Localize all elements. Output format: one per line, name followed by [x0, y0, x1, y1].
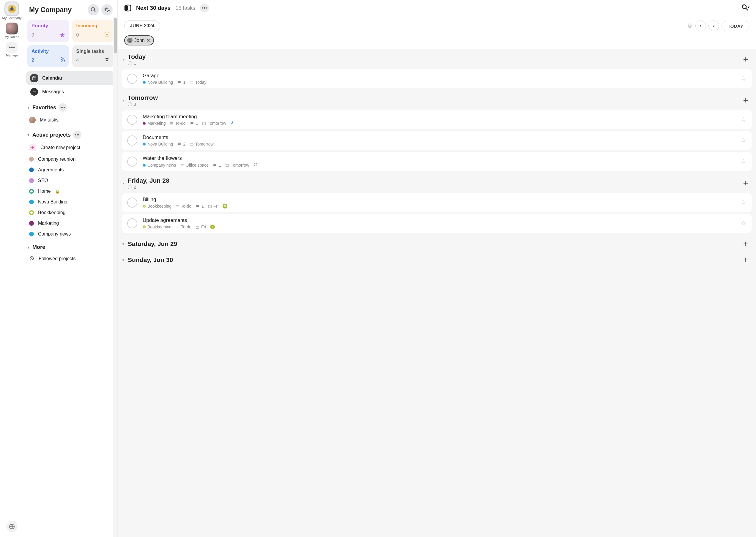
project-item[interactable]: Company reunion: [24, 154, 117, 165]
task-checkbox[interactable]: [127, 218, 137, 228]
task-card[interactable]: Update agreementsBookkeepingTo-doFri$☆: [122, 214, 752, 233]
chevron-down-icon[interactable]: ▼: [122, 99, 125, 102]
calendar-small-icon: [190, 80, 194, 84]
prev-button[interactable]: [695, 21, 706, 31]
svg-point-7: [107, 60, 108, 62]
workspace-company-label: My Company: [2, 16, 22, 20]
star-button[interactable]: ☆: [740, 75, 746, 83]
section-favorites[interactable]: ▼ Favorites •••: [24, 99, 117, 114]
star-button[interactable]: ☆: [740, 199, 746, 206]
workspace-manage[interactable]: ••• Manage: [6, 42, 18, 57]
project-item[interactable]: Nova Building: [24, 197, 117, 207]
star-button[interactable]: ☆: [740, 116, 746, 124]
workspace-company[interactable]: My Company: [2, 2, 22, 20]
task-list[interactable]: ▼Today1+GarageNova Building1Today☆▼Tomor…: [118, 49, 756, 537]
day-title: Friday, Jun 28: [128, 177, 169, 184]
project-item[interactable]: SEO: [24, 175, 117, 186]
filter-chip-person[interactable]: John ✕: [124, 35, 154, 45]
svg-rect-34: [181, 166, 183, 166]
calendar-small-icon: [225, 163, 229, 167]
day-count: 2: [128, 185, 169, 189]
section-active-projects[interactable]: ▼ Active projects •••: [24, 126, 117, 142]
svg-rect-32: [181, 164, 183, 165]
project-item[interactable]: Home🔒: [24, 186, 117, 197]
task-card[interactable]: BillingBookkeepingTo-do1Fri$☆: [122, 193, 752, 212]
month-selector[interactable]: JUNE 2024: [124, 21, 160, 31]
favorites-mytasks-label: My tasks: [40, 117, 59, 123]
project-color-dot: [29, 157, 34, 162]
section-icon: [176, 225, 179, 229]
chevron-down-icon[interactable]: ▼: [122, 182, 125, 185]
tile-priority[interactable]: Priority 0 ★: [27, 20, 69, 42]
nav-messages[interactable]: Messages: [26, 85, 115, 99]
close-icon[interactable]: ✕: [147, 38, 150, 43]
task-checkbox[interactable]: [127, 156, 137, 167]
followed-projects-item[interactable]: Followed projects: [24, 253, 117, 265]
project-item[interactable]: Marketing: [24, 218, 117, 229]
task-card[interactable]: DocumentsNova Building2Tomorrow☆: [122, 131, 752, 150]
nozbe-avatar-icon: [6, 22, 18, 34]
chevron-down-icon[interactable]: ▼: [122, 242, 125, 246]
svg-point-37: [215, 165, 215, 165]
section-icon: [180, 163, 184, 167]
task-checkbox[interactable]: [127, 74, 137, 84]
task-card[interactable]: Water the flowersCompany newsOffice spac…: [122, 152, 752, 171]
add-task-button[interactable]: +: [743, 239, 751, 249]
task-count: 15 tasks: [175, 5, 195, 11]
task-card[interactable]: Marketing team meetingMarketingTo-do1Tom…: [122, 110, 752, 129]
project-item[interactable]: Bookkeeping: [24, 207, 117, 218]
svg-rect-8: [32, 77, 36, 80]
search-icon: [90, 7, 96, 13]
rss-icon: [60, 57, 65, 63]
ring-icon: [128, 102, 132, 106]
add-task-button[interactable]: +: [743, 178, 751, 188]
settings-button[interactable]: [101, 4, 112, 16]
fire-icon[interactable]: [687, 22, 693, 30]
project-color-dot: [143, 164, 146, 167]
calendar-small-icon: [190, 142, 194, 146]
svg-point-5: [106, 58, 107, 60]
add-task-button[interactable]: +: [743, 255, 751, 265]
chevron-down-icon[interactable]: ▼: [122, 258, 125, 262]
workspace-rail: My Company My Nozbe ••• Manage: [0, 0, 24, 537]
globe-button[interactable]: [6, 521, 18, 532]
tile-single-tasks[interactable]: Single tasks 4: [72, 45, 114, 67]
star-button[interactable]: ☆: [740, 137, 746, 145]
task-checkbox[interactable]: [127, 197, 137, 208]
tile-single-title: Single tasks: [76, 49, 110, 54]
workspace-nozbe[interactable]: My Nozbe: [4, 22, 19, 39]
task-meta: Nova Building1Today: [143, 80, 735, 85]
star-button[interactable]: ☆: [740, 158, 746, 165]
add-task-button[interactable]: +: [743, 95, 751, 105]
nav-calendar[interactable]: Calendar: [26, 71, 115, 85]
task-card[interactable]: GarageNova Building1Today☆: [122, 69, 752, 88]
section-more[interactable]: ▼ More: [24, 239, 117, 253]
svg-point-17: [179, 82, 180, 82]
next-button[interactable]: [708, 21, 719, 31]
active-more-button[interactable]: •••: [73, 131, 81, 139]
project-item[interactable]: Company news: [24, 229, 117, 239]
svg-rect-27: [232, 121, 233, 124]
today-button[interactable]: TODAY: [722, 21, 749, 31]
create-project-button[interactable]: + Create new project: [24, 142, 117, 154]
add-task-button[interactable]: +: [743, 54, 751, 64]
chevron-down-icon[interactable]: ▼: [122, 58, 125, 61]
header-more-button[interactable]: •••: [200, 4, 209, 13]
svg-rect-47: [176, 227, 179, 227]
contrast-icon[interactable]: [124, 4, 131, 12]
favorites-more-button[interactable]: •••: [59, 103, 67, 112]
project-color-dot: [29, 178, 34, 183]
sidebar-scrollbar-thumb[interactable]: [114, 18, 117, 54]
task-checkbox[interactable]: [127, 136, 137, 145]
svg-point-3: [91, 8, 95, 11]
day-header: ▼Sunday, Jun 30+: [118, 251, 756, 267]
calendar-icon: [30, 74, 38, 82]
tile-activity[interactable]: Activity 2: [27, 45, 69, 67]
star-button[interactable]: ☆: [740, 220, 746, 227]
project-item[interactable]: Agreements: [24, 165, 117, 175]
filter-toggle-icon[interactable]: [742, 4, 749, 12]
tile-incoming[interactable]: Incoming 0: [72, 20, 114, 42]
task-checkbox[interactable]: [127, 115, 137, 125]
favorites-item-mytasks[interactable]: My tasks: [24, 114, 117, 126]
search-button[interactable]: [88, 4, 99, 16]
